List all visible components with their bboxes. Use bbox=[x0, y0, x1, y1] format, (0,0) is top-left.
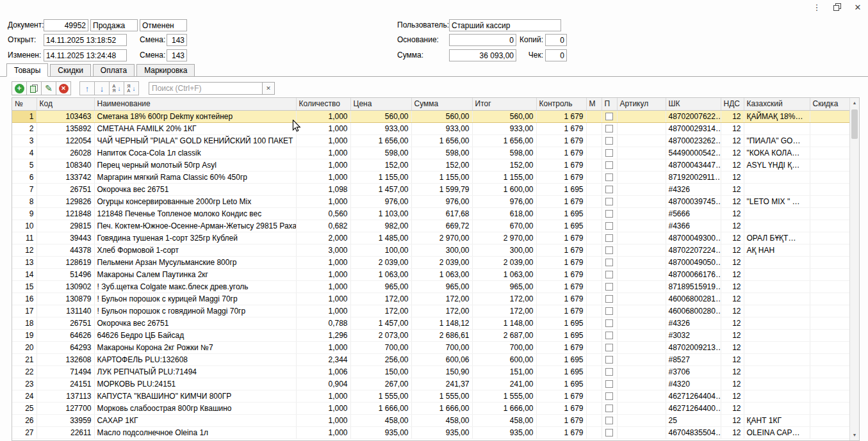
modified-at-field[interactable] bbox=[44, 49, 127, 61]
row-checkbox[interactable] bbox=[605, 149, 613, 157]
modified-shift-field[interactable] bbox=[167, 49, 187, 61]
column-header[interactable]: ШК bbox=[666, 98, 721, 110]
column-header[interactable]: Казахский bbox=[744, 98, 810, 110]
document-number-field[interactable] bbox=[44, 19, 88, 31]
row-checkbox[interactable] bbox=[605, 173, 613, 181]
row-checkbox[interactable] bbox=[605, 417, 613, 424]
search-input[interactable] bbox=[149, 82, 263, 95]
table-row[interactable]: 24137113КАПУСТА "КВАШИНО" КИМЧИ 800ГР1,0… bbox=[12, 390, 849, 402]
row-checkbox[interactable] bbox=[605, 380, 613, 388]
restore-window-icon[interactable] bbox=[830, 1, 845, 13]
row-checkbox[interactable] bbox=[605, 271, 613, 278]
column-header[interactable]: Код bbox=[37, 98, 94, 110]
table-row[interactable]: 1451496Макароны Салем Паутинка 2кг1,0001… bbox=[12, 268, 849, 280]
check-field[interactable] bbox=[545, 49, 567, 61]
move-down-button[interactable]: ↓ bbox=[94, 81, 110, 95]
basis-field[interactable] bbox=[449, 34, 516, 46]
row-checkbox[interactable] bbox=[605, 392, 613, 400]
menu-dots-icon[interactable]: ⋮ bbox=[809, 1, 824, 13]
row-checkbox[interactable] bbox=[605, 137, 613, 145]
row-checkbox[interactable] bbox=[605, 344, 613, 351]
row-checkbox[interactable] bbox=[605, 283, 613, 291]
user-field[interactable] bbox=[449, 19, 561, 31]
vertical-scrollbar[interactable]: ▲ ▼ bbox=[849, 98, 859, 440]
move-up-button[interactable]: ↑ bbox=[79, 81, 95, 95]
opened-at-field[interactable] bbox=[44, 34, 127, 46]
table-row[interactable]: 2271494ЛУК РЕПЧАТЫЙ PLU:714941,006150,00… bbox=[12, 365, 849, 378]
column-header[interactable]: Цена bbox=[350, 98, 411, 110]
scrollbar-thumb[interactable] bbox=[851, 109, 858, 139]
copies-field[interactable] bbox=[545, 34, 567, 46]
close-icon[interactable]: ✕ bbox=[850, 1, 865, 13]
row-checkbox[interactable] bbox=[605, 210, 613, 218]
table-row[interactable]: 21132608КАРТОФЕЛЬ PLU:1326082,344256,006… bbox=[12, 353, 849, 365]
table-row[interactable]: 1139443Говядина тушеная 1-сорт 325гр Куб… bbox=[12, 232, 849, 244]
table-row[interactable]: 6133742Маргарин мягкий Rama Classic 60% … bbox=[12, 171, 849, 183]
table-row[interactable]: 1103463Сметана 18% 600гр Dekmy контейнер… bbox=[12, 110, 849, 122]
table-row[interactable]: 25127700Морковь слабоострая 800гр Квашин… bbox=[12, 402, 849, 414]
row-checkbox[interactable] bbox=[605, 295, 613, 303]
row-checkbox[interactable] bbox=[605, 429, 613, 437]
table-row[interactable]: 5108340Перец черный молотый 50гр Asyl1,0… bbox=[12, 159, 849, 171]
table-row[interactable]: 1029815Печ. Коктем-Южное-Осенне-Арман-Же… bbox=[12, 220, 849, 232]
row-checkbox[interactable] bbox=[605, 356, 613, 364]
table-row[interactable]: 15130902! Зуб.щетка Colgate макс.блеск д… bbox=[12, 280, 849, 293]
row-checkbox[interactable] bbox=[605, 125, 613, 132]
row-checkbox[interactable] bbox=[605, 222, 613, 230]
table-row[interactable]: 2064293Макароны Корона 2кг Рожки №71,000… bbox=[12, 341, 849, 353]
row-checkbox[interactable] bbox=[605, 161, 613, 169]
column-header[interactable]: Артикул bbox=[617, 98, 666, 110]
tab-discounts[interactable]: Скидки bbox=[50, 64, 91, 76]
column-header[interactable]: М bbox=[586, 98, 602, 110]
sort-desc-button[interactable]: ЯА↓ bbox=[124, 81, 139, 95]
table-row[interactable]: 2722611Масло подсолнечное Oleina 1л1,000… bbox=[12, 426, 849, 438]
row-checkbox[interactable] bbox=[605, 405, 613, 412]
scroll-down-icon[interactable]: ▼ bbox=[850, 430, 859, 440]
column-header[interactable]: Наименование bbox=[94, 98, 296, 110]
document-type-field[interactable] bbox=[90, 19, 138, 31]
document-status-field[interactable] bbox=[140, 19, 187, 31]
row-checkbox[interactable] bbox=[605, 198, 613, 205]
row-checkbox[interactable] bbox=[605, 368, 613, 376]
table-row[interactable]: 17131140! Бульон порошок с говядиной Mag… bbox=[12, 305, 849, 317]
opened-shift-field[interactable] bbox=[167, 34, 187, 46]
row-checkbox[interactable] bbox=[605, 332, 613, 339]
table-row[interactable]: 2633959САХАР 1КГ1,000458,00458,00458,001… bbox=[12, 414, 849, 426]
table-row[interactable]: 426028Напиток Coca-Cola 1л classik1,0005… bbox=[12, 147, 849, 159]
tab-goods[interactable]: Товары bbox=[6, 63, 48, 77]
total-field[interactable] bbox=[449, 49, 516, 61]
column-header[interactable]: Сумма bbox=[411, 98, 472, 110]
row-checkbox[interactable] bbox=[605, 319, 613, 327]
table-row[interactable]: 726751Окорочка вес 267511,0981 457,001 5… bbox=[12, 183, 849, 195]
table-row[interactable]: 8129826Огурцы консервированные 2000гр Le… bbox=[12, 195, 849, 207]
column-header[interactable]: Контроль bbox=[536, 98, 586, 110]
table-row[interactable]: 3122054ЧАЙ ЧЕРНЫЙ "PIALA" GOLD КЕНИЙСКИЙ… bbox=[12, 134, 849, 147]
tab-marking[interactable]: Маркировка bbox=[136, 64, 195, 76]
table-row[interactable]: 2324151МОРКОВЬ PLU:241510,904267,00241,3… bbox=[12, 378, 849, 390]
column-header[interactable]: Итог bbox=[472, 98, 536, 110]
table-row[interactable]: 1826751Окорочка вес 267510,7881 457,001 … bbox=[12, 317, 849, 329]
delete-row-button[interactable]: ✕ bbox=[56, 81, 71, 95]
table-row[interactable]: 9121848121848 Печенье Топленое молоко Ко… bbox=[12, 207, 849, 220]
column-header[interactable]: № bbox=[12, 98, 37, 110]
row-checkbox[interactable] bbox=[605, 246, 613, 254]
table-row[interactable]: 196462664626 Бедро ЦБ Байсад1,2962 073,0… bbox=[12, 329, 849, 341]
table-row[interactable]: 1244378Хлеб Формовой 1-сорт3,000100,0030… bbox=[12, 244, 849, 256]
row-checkbox[interactable] bbox=[605, 234, 613, 242]
table-row[interactable]: 16130879! Бульон порошок с курицей Maggi… bbox=[12, 293, 849, 305]
column-header[interactable]: Количество bbox=[296, 98, 350, 110]
column-header[interactable]: Скидка bbox=[810, 98, 849, 110]
column-header[interactable]: П bbox=[602, 98, 617, 110]
edit-row-button[interactable]: ✎ bbox=[41, 81, 56, 95]
row-checkbox[interactable] bbox=[605, 113, 613, 120]
clear-search-button[interactable]: ✕ bbox=[263, 82, 275, 95]
copy-row-button[interactable] bbox=[26, 81, 42, 95]
table-row[interactable]: 13128619Пельмени Арзан Мусульманские 800… bbox=[12, 256, 849, 268]
row-checkbox[interactable] bbox=[605, 259, 613, 266]
add-row-button[interactable]: + bbox=[12, 81, 27, 95]
scroll-up-icon[interactable]: ▲ bbox=[850, 98, 859, 108]
row-checkbox[interactable] bbox=[605, 307, 613, 315]
table-row[interactable]: 2135892СМЕТАНА FAMILK 20% 1КГ1,000933,00… bbox=[12, 122, 849, 134]
sort-asc-button[interactable]: АЯ↓ bbox=[109, 81, 124, 95]
row-checkbox[interactable] bbox=[605, 186, 613, 193]
